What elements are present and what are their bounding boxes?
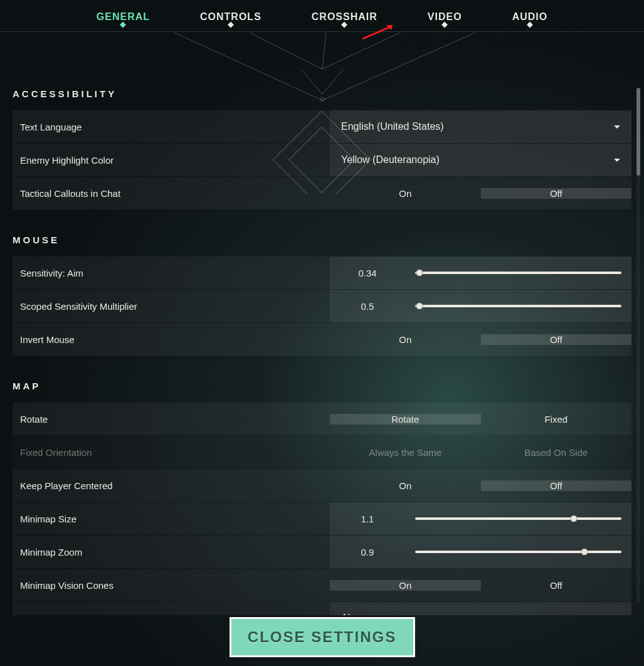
- row-tactical-callouts: Tactical Callouts in Chat On Off: [13, 177, 631, 209]
- setting-label: Rotate: [13, 403, 330, 435]
- close-button-label: CLOSE SETTINGS: [248, 628, 396, 646]
- caret-down-icon: [614, 159, 620, 162]
- tab-label: CROSSHAIR: [312, 11, 377, 22]
- row-vision-cones: Minimap Vision Cones On Off: [13, 569, 631, 601]
- row-invert-mouse: Invert Mouse On Off: [13, 323, 631, 356]
- row-enemy-highlight: Enemy Highlight Color Yellow (Deuteranop…: [13, 144, 631, 176]
- row-minimap-size: Minimap Size 1.1: [13, 502, 631, 535]
- setting-label: Keep Player Centered: [13, 469, 330, 502]
- setting-label: Minimap Vision Cones: [13, 569, 330, 601]
- toggle-option-off[interactable]: Off: [481, 580, 632, 591]
- toggle-vision-cones: On Off: [330, 569, 631, 601]
- slider-minimap-size: 1.1: [330, 502, 631, 535]
- row-keep-player-centered: Keep Player Centered On Off: [13, 469, 631, 502]
- toggle-option-on[interactable]: On: [330, 480, 481, 491]
- toggle-option-off[interactable]: Off: [481, 334, 632, 345]
- slider-thumb[interactable]: [581, 549, 588, 556]
- close-settings-button[interactable]: CLOSE SETTINGS: [230, 617, 415, 657]
- diamond-icon: [441, 22, 448, 28]
- toggle-option-based-on-side: Based On Side: [481, 447, 632, 458]
- slider-thumb[interactable]: [571, 515, 578, 522]
- setting-label: Invert Mouse: [13, 323, 330, 356]
- slider-track[interactable]: [415, 272, 621, 274]
- tab-label: AUDIO: [512, 11, 548, 22]
- section-title-map: MAP: [13, 381, 631, 391]
- toggle-invert-mouse: On Off: [330, 323, 631, 356]
- setting-label: Enemy Highlight Color: [13, 144, 330, 176]
- row-minimap-zoom: Minimap Zoom 0.9: [13, 536, 631, 568]
- toggle-keep-centered: On Off: [330, 469, 631, 502]
- setting-label: Fixed Orientation: [13, 436, 330, 468]
- setting-label: Text Language: [13, 110, 330, 143]
- section-title-accessibility: ACCESSIBILITY: [13, 88, 631, 99]
- toggle-option-always-same: Always the Same: [330, 447, 481, 458]
- slider-track[interactable]: [415, 517, 621, 520]
- setting-label: Show Map Region Names: [13, 602, 330, 615]
- toggle-tactical-callouts: On Off: [330, 177, 631, 209]
- setting-label: Tactical Callouts in Chat: [13, 177, 330, 209]
- section-title-mouse: MOUSE: [13, 235, 631, 245]
- toggle-option-on[interactable]: On: [330, 580, 481, 591]
- dropdown-region-names[interactable]: Always: [330, 602, 631, 615]
- slider-scoped-sensitivity: 0.5: [330, 290, 631, 322]
- setting-label: Sensitivity: Aim: [13, 256, 330, 289]
- toggle-rotate: Rotate Fixed: [330, 403, 631, 435]
- tab-crosshair[interactable]: CROSSHAIR: [312, 11, 377, 23]
- slider-value[interactable]: 1.1: [330, 514, 405, 524]
- tab-video[interactable]: VIDEO: [428, 11, 462, 23]
- setting-label: Scoped Sensitivity Multiplier: [13, 290, 330, 322]
- row-fixed-orientation: Fixed Orientation Always the Same Based …: [13, 436, 631, 468]
- toggle-option-rotate[interactable]: Rotate: [330, 414, 481, 425]
- row-rotate: Rotate Rotate Fixed: [13, 403, 631, 435]
- setting-label: Minimap Zoom: [13, 536, 330, 568]
- toggle-option-on[interactable]: On: [330, 334, 481, 345]
- tab-label: GENERAL: [97, 11, 150, 22]
- toggle-option-off[interactable]: Off: [481, 188, 632, 199]
- toggle-fixed-orientation: Always the Same Based On Side: [330, 436, 631, 468]
- dropdown-text-language[interactable]: English (United States): [330, 110, 631, 143]
- diamond-icon: [120, 22, 126, 28]
- dropdown-enemy-highlight[interactable]: Yellow (Deuteranopia): [330, 144, 631, 176]
- diamond-icon: [228, 22, 234, 28]
- tab-controls[interactable]: CONTROLS: [200, 11, 261, 23]
- tab-audio[interactable]: AUDIO: [512, 11, 548, 23]
- row-scoped-sensitivity: Scoped Sensitivity Multiplier 0.5: [13, 290, 631, 322]
- toggle-option-off[interactable]: Off: [481, 480, 632, 491]
- dropdown-value: Yellow (Deuteranopia): [341, 154, 440, 166]
- row-sensitivity-aim: Sensitivity: Aim 0.34: [13, 256, 631, 289]
- setting-label: Minimap Size: [13, 502, 330, 535]
- dropdown-value: Always: [341, 613, 373, 615]
- slider-sensitivity-aim: 0.34: [330, 256, 631, 289]
- diamond-icon: [341, 22, 347, 28]
- slider-value[interactable]: 0.5: [330, 301, 405, 312]
- slider-value[interactable]: 0.34: [330, 268, 405, 278]
- slider-value[interactable]: 0.9: [330, 547, 405, 558]
- slider-thumb[interactable]: [416, 270, 423, 277]
- toggle-option-on[interactable]: On: [330, 188, 481, 199]
- slider-track[interactable]: [415, 305, 621, 307]
- tab-general[interactable]: GENERAL: [97, 11, 150, 23]
- row-text-language: Text Language English (United States): [13, 110, 631, 143]
- toggle-option-fixed[interactable]: Fixed: [481, 414, 632, 425]
- settings-scroll-area[interactable]: ACCESSIBILITY Text Language English (Uni…: [0, 32, 644, 615]
- tab-label: CONTROLS: [200, 11, 261, 22]
- tab-label: VIDEO: [428, 11, 462, 22]
- diamond-icon: [527, 22, 533, 28]
- settings-tab-bar: GENERAL CONTROLS CROSSHAIR VIDEO AUDIO: [0, 0, 644, 32]
- row-region-names: Show Map Region Names Always: [13, 602, 631, 615]
- slider-track[interactable]: [415, 551, 621, 553]
- caret-down-icon: [614, 125, 620, 129]
- slider-thumb[interactable]: [416, 303, 423, 310]
- dropdown-value: English (United States): [341, 121, 444, 132]
- slider-minimap-zoom: 0.9: [330, 536, 631, 568]
